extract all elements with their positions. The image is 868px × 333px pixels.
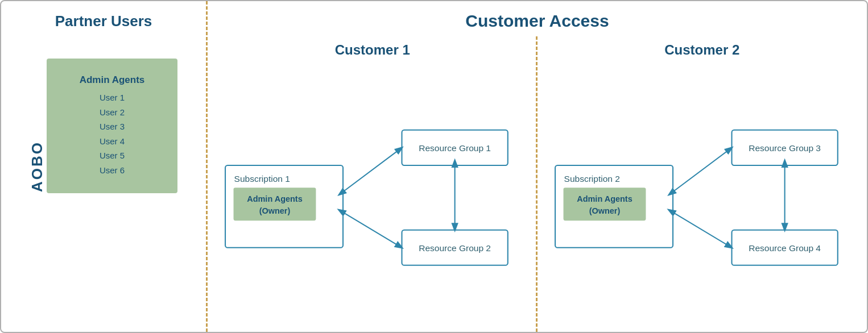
svg-rect-9: [563, 188, 646, 220]
resource-group1-label: Resource Group 1: [419, 143, 491, 153]
svg-line-14: [673, 213, 731, 248]
subscription1-label: Subscription 1: [234, 174, 290, 184]
customer1-section: Customer 1 Subscription 1 Admin Agents (…: [208, 36, 538, 332]
resource-group2-label: Resource Group 2: [419, 243, 491, 253]
admin-user-6: User 6: [69, 163, 155, 178]
admin-agents-owner-c2: Admin Agents: [577, 194, 633, 203]
partner-users-title: Partner Users: [55, 13, 152, 30]
admin-user-3: User 3: [69, 119, 155, 134]
customer1-title: Customer 1: [335, 42, 410, 58]
svg-line-13: [673, 148, 731, 192]
customer2-diagram: Subscription 2 Admin Agents (Owner) Reso…: [538, 75, 867, 326]
diagram-container: Partner Users AOBO Admin Agents User 1 U…: [0, 0, 868, 333]
svg-text:(Owner): (Owner): [259, 206, 291, 215]
customer2-title: Customer 2: [664, 42, 739, 58]
customer2-section: Customer 2 Subscription 2 Admin Agents (…: [538, 36, 867, 332]
customer1-svg: Subscription 1 Admin Agents (Owner) Reso…: [208, 75, 538, 326]
svg-line-6: [343, 213, 402, 248]
admin-user-4: User 4: [69, 134, 155, 149]
admin-user-2: User 2: [69, 105, 155, 120]
svg-rect-1: [234, 188, 316, 220]
customer1-diagram: Subscription 1 Admin Agents (Owner) Reso…: [208, 75, 538, 326]
admin-agents-owner-c1: Admin Agents: [247, 194, 303, 203]
admin-agents-box: Admin Agents User 1 User 2 User 3 User 4…: [47, 59, 177, 193]
resource-group3-label: Resource Group 3: [749, 143, 821, 153]
aobo-label: AOBO: [28, 141, 46, 192]
admin-agents-title: Admin Agents: [69, 74, 155, 86]
svg-text:(Owner): (Owner): [589, 206, 620, 215]
right-panel: Customer Access Customer 1 Subscription …: [208, 1, 867, 332]
subscription2-label: Subscription 2: [564, 174, 619, 184]
admin-user-1: User 1: [69, 90, 155, 105]
resource-group4-label: Resource Group 4: [749, 243, 821, 253]
admin-user-5: User 5: [69, 148, 155, 163]
customers-row: Customer 1 Subscription 1 Admin Agents (…: [208, 36, 867, 332]
customer-access-title: Customer Access: [208, 1, 867, 36]
customer2-svg: Subscription 2 Admin Agents (Owner) Reso…: [538, 75, 867, 326]
svg-line-5: [343, 148, 402, 192]
left-panel: Partner Users AOBO Admin Agents User 1 U…: [1, 1, 206, 332]
